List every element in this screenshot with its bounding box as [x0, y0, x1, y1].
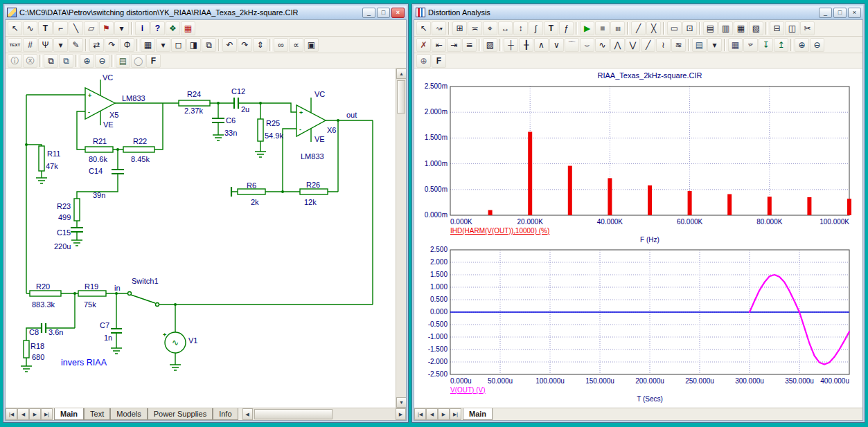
pattern-button[interactable]: ▧ — [749, 21, 763, 35]
schematic-label[interactable]: V1 — [188, 336, 197, 345]
grid-button[interactable]: ▦ — [141, 38, 155, 52]
go-to-branch-button[interactable]: ↧ — [759, 38, 773, 52]
border-button[interactable]: ◻ — [171, 38, 186, 52]
schematic-label[interactable]: 8.45k — [131, 155, 150, 163]
title-block-button[interactable]: ◨ — [186, 38, 201, 52]
schematic-label[interactable]: 499 — [58, 213, 71, 221]
diagonal-wire-tool[interactable]: ╲ — [69, 21, 83, 35]
schematic-label[interactable]: VE — [103, 120, 114, 129]
point-to-point-button[interactable]: ❖ — [166, 21, 180, 35]
resistor-r25[interactable] — [258, 119, 263, 141]
trace-label-vout[interactable]: V(OUT) (V) — [450, 386, 486, 394]
text-tool[interactable]: T — [38, 21, 53, 35]
page-nav-button-2[interactable]: ▶ — [438, 408, 450, 420]
schematic-label[interactable]: 33n — [224, 129, 237, 137]
schematic-label[interactable]: 47k — [46, 162, 58, 170]
redo-button[interactable]: ↷ — [238, 38, 252, 52]
schematic-label[interactable]: invers RIAA — [61, 358, 107, 367]
minimize-button[interactable]: _ — [362, 8, 375, 18]
copy-picture-button[interactable]: ⧉ — [202, 38, 216, 52]
schematic-drawing[interactable]: + - + - — [6, 69, 396, 408]
schematic-label[interactable]: X6 — [327, 126, 336, 134]
text-tool[interactable]: T — [544, 21, 558, 35]
find-button[interactable]: ∞ — [274, 38, 288, 52]
resistor-r6[interactable] — [238, 189, 265, 194]
slope-button[interactable]: ╱ — [641, 38, 655, 52]
resistor-r18[interactable] — [24, 340, 29, 358]
help-mode-button[interactable]: ? — [150, 21, 165, 35]
resistor-r11[interactable] — [39, 146, 44, 171]
circle-button[interactable]: ◯ — [131, 54, 145, 68]
schematic-label[interactable]: R19 — [85, 282, 98, 291]
horizontal-tag-button[interactable]: ↔ — [498, 21, 513, 35]
schematic-label[interactable]: VC — [315, 90, 325, 98]
schematic-label[interactable]: 3.6n — [48, 328, 63, 336]
component-tool[interactable]: ∿ — [23, 21, 37, 35]
vertical-scroll-track[interactable] — [396, 79, 406, 397]
tokens-button[interactable]: ⊡ — [682, 21, 697, 35]
bottom-button[interactable]: ⋁ — [626, 38, 640, 52]
schematic-label[interactable]: 54.9k — [265, 131, 283, 140]
horizontal-scroll-track[interactable] — [253, 408, 396, 420]
mirror-button[interactable]: Φ — [120, 38, 134, 52]
vertical-tag-button[interactable]: ↕ — [513, 21, 528, 35]
zoom-out-button[interactable]: ⊖ — [810, 38, 824, 52]
schematic-label[interactable]: Switch1 — [132, 277, 159, 285]
tab-main[interactable]: Main — [463, 408, 493, 420]
schematic-label[interactable]: VC — [103, 73, 113, 82]
schematic-label[interactable]: R24 — [187, 90, 201, 98]
split-horizontal-button[interactable]: ⊟ — [770, 21, 784, 35]
schematic-label[interactable]: C6 — [226, 116, 236, 125]
page-nav-button-0[interactable]: |◀ — [6, 408, 17, 420]
schematic-titlebar[interactable]: C:\MC9\DATA\Petrov\switching distortion\… — [5, 6, 407, 19]
crosshair-button[interactable]: ⊕ — [416, 54, 431, 68]
exclude-button[interactable]: ⓧ — [23, 54, 37, 68]
schematic-label[interactable]: 75k — [84, 300, 96, 309]
page-nav-button-1[interactable]: ◀ — [426, 408, 438, 420]
text-stamp-button[interactable]: TEXT — [8, 38, 22, 52]
grid-dropdown[interactable]: ▾ — [156, 38, 170, 52]
schematic-label[interactable]: R11 — [47, 149, 60, 158]
top-button[interactable]: ⋀ — [610, 38, 625, 52]
rotate-button[interactable]: ↷ — [105, 38, 119, 52]
info-mode-button[interactable]: i — [135, 21, 150, 35]
capacitor-c14[interactable] — [112, 170, 124, 174]
schematic-label[interactable]: 1n — [104, 334, 112, 342]
frame-button[interactable]: ▣ — [304, 38, 319, 52]
horizontal-scrollbar[interactable]: ◀ ▶ — [242, 408, 406, 420]
undo-button[interactable]: ↶ — [222, 38, 237, 52]
wave-buffer-button[interactable]: ≋ — [671, 38, 686, 52]
horizontal-cursor-button[interactable]: ┼ — [504, 38, 518, 52]
schematic-label[interactable]: 2.37k — [184, 107, 203, 115]
schematic-label[interactable]: 883.3k — [32, 300, 55, 309]
schematic-label[interactable]: X5 — [109, 111, 118, 119]
zoom-in-button[interactable]: ⊕ — [80, 54, 94, 68]
resistor-r24[interactable] — [179, 100, 210, 106]
resistor-r20[interactable] — [30, 291, 61, 296]
page-nav-button-3[interactable]: ▶| — [41, 408, 53, 420]
resistor-r21[interactable] — [85, 147, 113, 152]
resistor-r23[interactable] — [74, 199, 80, 221]
info-button[interactable]: ⓘ — [8, 54, 22, 68]
inflection-button[interactable]: ∿ — [595, 38, 610, 52]
cut-button[interactable]: ✂ — [800, 21, 815, 35]
schematic-label[interactable]: 2k — [251, 198, 259, 206]
switch-switch1[interactable] — [128, 292, 159, 307]
copy-page-button[interactable]: ⧉ — [59, 54, 73, 68]
cursor-right-button[interactable]: ⇥ — [447, 38, 461, 52]
flag-dropdown[interactable]: ▾ — [114, 21, 129, 35]
schematic-label[interactable]: 680 — [32, 353, 44, 361]
output-waveform-chart[interactable]: 2.5002.0001.5001.0000.5000.000-0.500-1.0… — [416, 244, 862, 408]
schematic-label[interactable]: VE — [315, 135, 325, 143]
capacitor-c7[interactable] — [111, 329, 122, 333]
schematic-label[interactable]: R26 — [306, 181, 320, 189]
page-nav-button-2[interactable]: ▶ — [29, 408, 41, 420]
envelope-button[interactable]: ≀ — [656, 38, 671, 52]
select-tool[interactable]: ↖ — [416, 21, 431, 35]
minimize-button[interactable]: _ — [819, 8, 832, 18]
close-button[interactable]: × — [848, 8, 861, 18]
schematic-label[interactable]: R6 — [247, 181, 256, 190]
source-v1[interactable]: ∿ + — [163, 331, 186, 353]
cursor-mode-button[interactable]: ≍ — [468, 21, 482, 35]
next-valley-button[interactable]: ∨ — [549, 38, 564, 52]
